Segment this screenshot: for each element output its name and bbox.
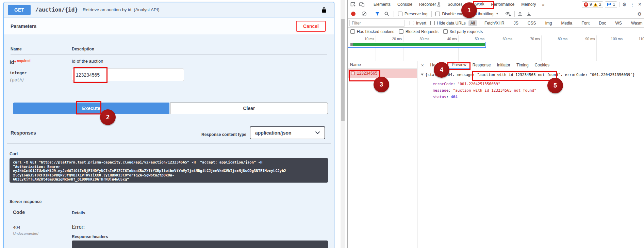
details-column-header: Details (72, 211, 85, 215)
record-button[interactable] (351, 12, 356, 16)
network-overview-timeline[interactable]: 10 ms 20 ms 30 ms 40 ms 50 ms 60 ms 70 m… (348, 35, 644, 61)
tab-headers[interactable]: Headers (427, 61, 449, 69)
operation-summary-bar[interactable]: GET /auction/{id} Retrieve an auction by… (4, 2, 334, 17)
type-pill-font[interactable]: Font (579, 20, 592, 26)
network-settings-gear-icon[interactable]: ⚙ (637, 11, 642, 17)
network-conditions-icon[interactable] (505, 12, 511, 16)
export-har-icon[interactable] (527, 12, 531, 16)
response-error-label: Error: (72, 224, 85, 230)
page-scrollbar[interactable] (341, 0, 345, 248)
gridline (486, 35, 486, 61)
parameters-header: Parameters Cancel (4, 18, 334, 34)
type-pill-css[interactable]: CSS (526, 20, 538, 26)
response-content-type-select[interactable]: application/json (250, 126, 325, 139)
toolbar-separator (514, 11, 515, 17)
tab-initiator[interactable]: Initiator (494, 61, 513, 69)
request-row-selected[interactable]: 123234565 (348, 69, 417, 78)
json-property-row: message: "auction with id 123234565 not … (433, 88, 536, 93)
toolbar-separator (394, 11, 394, 17)
failed-request-icon (351, 72, 354, 75)
column-header-name: Name (11, 47, 22, 51)
issues-count: 1 (613, 2, 615, 7)
type-pill-all[interactable]: All (468, 20, 477, 26)
clear-button[interactable]: Clear (170, 103, 328, 114)
throttling-caret-icon[interactable]: ▼ (496, 12, 498, 15)
auth-lock-icon[interactable] (321, 7, 327, 13)
type-pill-ws[interactable]: WS (613, 20, 624, 26)
preserve-log-checkbox[interactable] (398, 12, 402, 16)
inspect-element-icon[interactable] (350, 2, 356, 7)
type-pill-img[interactable]: Img (543, 20, 554, 26)
console-summary-badge[interactable]: ✕ 9 2 (582, 1, 603, 8)
detail-tab-bar: × Headers Preview Response Initiator Tim… (418, 61, 644, 69)
responses-title: Responses (11, 130, 36, 136)
swagger-panel: GET /auction/{id} Retrieve an auction by… (0, 0, 341, 248)
search-icon[interactable] (384, 12, 389, 16)
timeline-tick: 10 ms (354, 37, 374, 41)
request-name: 123234565 (357, 71, 377, 76)
type-pill-js[interactable]: JS (512, 20, 521, 26)
required-label: required (17, 59, 31, 63)
filter-input[interactable] (349, 20, 405, 27)
selection-grip[interactable] (350, 43, 353, 46)
kebab-menu-icon[interactable]: ⋮ (630, 2, 635, 7)
clear-network-log-icon[interactable] (362, 12, 366, 16)
settings-gear-icon[interactable]: ⚙ (622, 2, 627, 7)
timeline-tick: 100 ms (602, 37, 623, 41)
tab-recorder[interactable]: Recorder (416, 0, 444, 9)
scrollbar-thumb[interactable] (341, 19, 345, 121)
tab-elements[interactable]: Elements (370, 0, 394, 9)
import-har-icon[interactable] (518, 12, 522, 16)
param-id-input[interactable] (72, 68, 184, 81)
param-name: id*required (10, 59, 31, 65)
filter-funnel-icon[interactable] (375, 12, 380, 16)
third-party-requests-checkbox[interactable] (443, 29, 448, 34)
requests-name-column-header[interactable]: Name (348, 61, 417, 68)
blocked-requests-label: Blocked Requests (406, 29, 439, 34)
tab-performance[interactable]: Performance (488, 0, 518, 9)
toolbar-separator (368, 2, 368, 7)
tab-preview[interactable]: Preview (449, 61, 469, 69)
json-summary-line[interactable]: {status: 404, message: "auction with id … (421, 73, 635, 77)
tab-network[interactable]: Network (466, 0, 488, 9)
tab-response[interactable]: Response (469, 61, 494, 69)
invert-checkbox[interactable] (410, 21, 414, 25)
disable-cache-checkbox[interactable] (435, 12, 440, 16)
chevron-down-icon (315, 131, 320, 134)
timeline-tick: 60 ms (492, 37, 512, 41)
tab-timing[interactable]: Timing (513, 61, 532, 69)
timeline-tick: 90 ms (575, 37, 595, 41)
type-pill-doc[interactable]: Doc (597, 20, 608, 26)
curl-line: "Authorization: Bearer (13, 165, 325, 169)
type-pill-fetch-xhr[interactable]: Fetch/XHR (482, 20, 507, 26)
network-filter-bar-2: Has blocked cookies Blocked Requests 3rd… (348, 28, 644, 35)
throttling-select[interactable]: No throttling (472, 12, 494, 16)
tab-cookies[interactable]: Cookies (532, 61, 552, 69)
close-detail-icon[interactable]: × (418, 63, 427, 68)
timeline-selection-window[interactable] (348, 42, 486, 48)
curl-command-block: curl -X GET "https://platform.test.prism… (10, 158, 328, 183)
server-response-divider (13, 221, 325, 221)
tab-sources[interactable]: Sources (444, 0, 466, 9)
required-asterisk: * (14, 60, 16, 65)
expand-arrow-icon[interactable] (421, 74, 424, 76)
code-column-header: Code (13, 210, 25, 215)
type-pill-wasm[interactable]: Wasm (629, 20, 644, 26)
has-blocked-cookies-checkbox[interactable] (350, 29, 355, 34)
hide-data-urls-checkbox[interactable] (430, 21, 435, 25)
waterfall-overview-bar (353, 43, 485, 46)
json-property-row: status: 404 (433, 95, 458, 99)
cancel-button[interactable]: Cancel (296, 21, 326, 32)
close-devtools-icon[interactable]: × (638, 1, 641, 7)
tab-memory[interactable]: Memory (518, 0, 539, 9)
response-code: 404 (13, 225, 20, 230)
issues-badge[interactable]: 1 (605, 1, 617, 8)
device-toolbar-icon[interactable] (359, 2, 364, 7)
tab-console[interactable]: Console (394, 0, 416, 9)
curl-line: curl -X GET "https://platform.test.prism… (13, 160, 325, 165)
type-pill-media[interactable]: Media (559, 20, 574, 26)
execute-button[interactable]: Execute (13, 103, 169, 114)
more-tabs-icon[interactable]: » (540, 2, 547, 7)
blocked-requests-checkbox[interactable] (399, 29, 403, 34)
endpoint-summary: Retrieve an auction by id. (Analyst API) (83, 7, 159, 12)
